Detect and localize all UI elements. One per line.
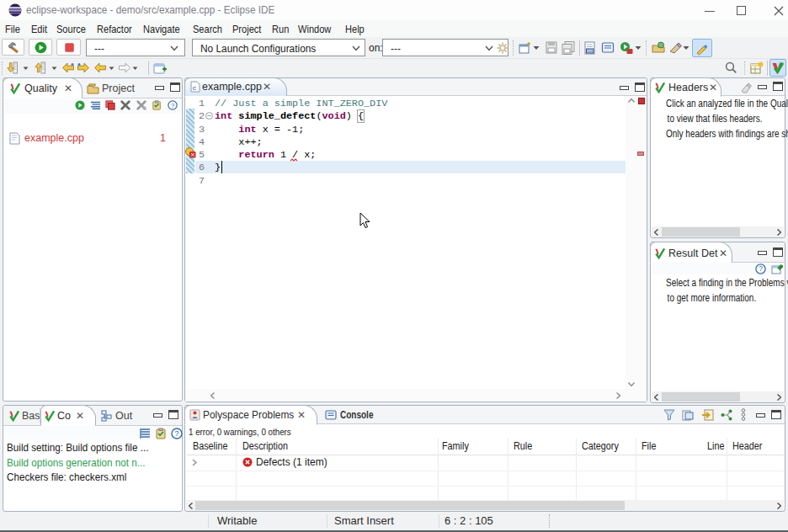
svg-text:c: c bbox=[193, 84, 197, 92]
svg-text:010: 010 bbox=[587, 49, 594, 53]
svg-text:?: ? bbox=[171, 102, 174, 109]
svg-text:?: ? bbox=[759, 264, 763, 273]
svg-text:?: ? bbox=[175, 429, 179, 438]
